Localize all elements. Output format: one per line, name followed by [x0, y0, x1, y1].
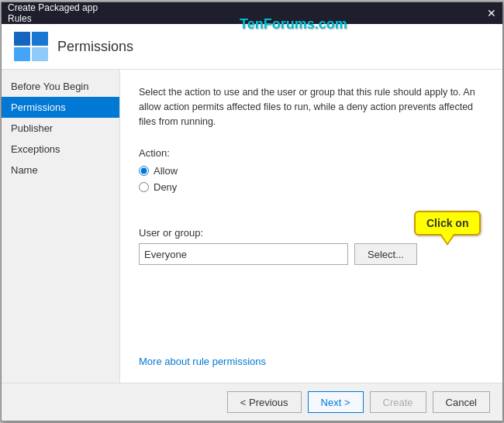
- select-button[interactable]: Select...: [354, 243, 417, 265]
- next-button[interactable]: Next >: [308, 391, 364, 413]
- description-text: Select the action to use and the user or…: [139, 85, 484, 129]
- app-icon: [14, 32, 48, 61]
- main-content: Select the action to use and the user or…: [120, 70, 502, 383]
- create-button[interactable]: Create: [370, 391, 426, 413]
- user-group-section: User or group: Select... Click on: [139, 227, 484, 265]
- tooltip-bubble: Click on: [414, 211, 481, 236]
- allow-radio[interactable]: [139, 166, 149, 176]
- icon-cell-1: [14, 32, 30, 46]
- main-window: Create Packaged app Rules TenForums.com …: [1, 2, 503, 421]
- footer: < Previous Next > Create Cancel: [2, 383, 502, 421]
- action-label: Action:: [139, 147, 484, 159]
- deny-label: Deny: [154, 181, 177, 193]
- close-button[interactable]: ✕: [487, 8, 496, 19]
- user-group-input[interactable]: [139, 243, 348, 265]
- sidebar-item-exceptions[interactable]: Exceptions: [2, 139, 119, 160]
- previous-button[interactable]: < Previous: [227, 391, 302, 413]
- sidebar: Before You Begin Permissions Publisher E…: [2, 70, 120, 383]
- sidebar-item-before-you-begin[interactable]: Before You Begin: [2, 76, 119, 97]
- title-bar: Create Packaged app Rules TenForums.com …: [2, 2, 502, 24]
- deny-radio-option[interactable]: Deny: [139, 181, 484, 193]
- window-body: Before You Begin Permissions Publisher E…: [2, 70, 502, 383]
- icon-cell-4: [32, 47, 48, 61]
- tooltip-text: Click on: [426, 217, 468, 229]
- page-title: Permissions: [57, 39, 133, 55]
- cancel-button[interactable]: Cancel: [433, 391, 490, 413]
- action-section: Action: Allow Deny: [139, 147, 484, 208]
- sidebar-item-publisher[interactable]: Publisher: [2, 118, 119, 139]
- allow-radio-option[interactable]: Allow: [139, 165, 484, 177]
- allow-label: Allow: [154, 165, 178, 177]
- sidebar-item-name[interactable]: Name: [2, 160, 119, 181]
- more-link[interactable]: More about rule permissions: [139, 356, 484, 367]
- icon-cell-3: [14, 47, 30, 61]
- user-group-row: Select... Click on: [139, 243, 484, 265]
- radio-group: Allow Deny: [139, 165, 484, 193]
- title-bar-text: Create Packaged app Rules: [8, 2, 100, 24]
- icon-cell-2: [32, 32, 48, 46]
- sidebar-item-permissions[interactable]: Permissions: [2, 97, 119, 118]
- deny-radio[interactable]: [139, 182, 149, 192]
- window-header: Permissions: [2, 24, 502, 70]
